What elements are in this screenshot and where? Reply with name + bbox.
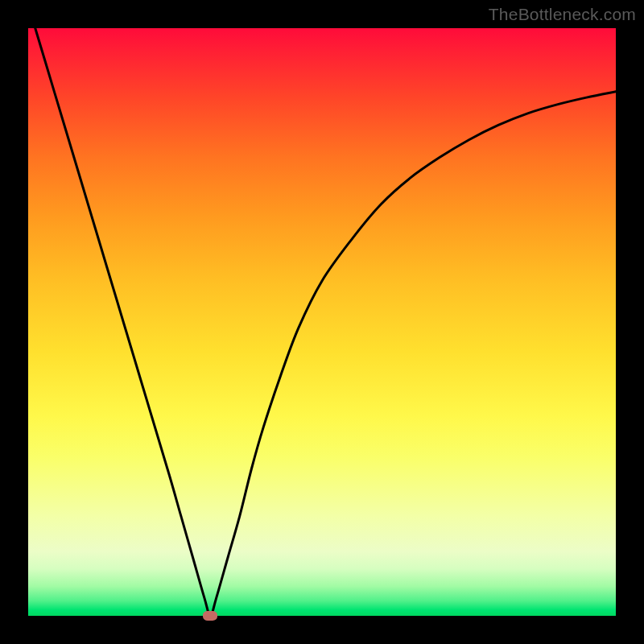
- plot-area: [28, 28, 616, 616]
- curve-svg: [28, 28, 616, 616]
- watermark-text: TheBottleneck.com: [489, 5, 636, 24]
- bottleneck-curve: [28, 5, 616, 616]
- chart-frame: TheBottleneck.com: [0, 0, 644, 644]
- minimum-marker: [203, 611, 217, 621]
